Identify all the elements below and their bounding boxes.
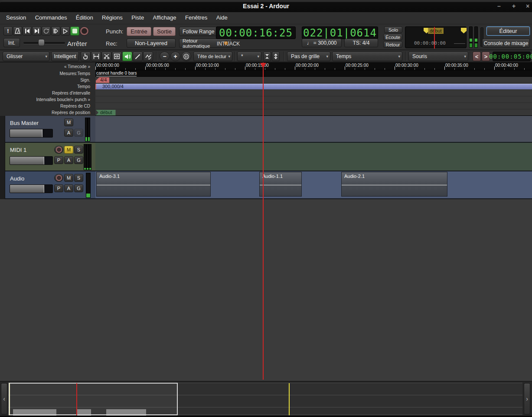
loop-button[interactable] [42,26,51,36]
menu-edition[interactable]: Édition [72,12,97,23]
zoom-out-button[interactable]: − [160,52,170,61]
loop-punch-ruler[interactable] [95,96,532,103]
expand-tracks-button[interactable] [272,52,280,61]
track-lane-bus-master[interactable] [95,116,532,143]
track-header-midi-1[interactable]: MIDI 1 M S P A G [5,143,95,171]
end-flag-icon[interactable] [461,28,467,33]
audio-region[interactable]: Audio-2.1 [341,172,447,197]
summary-scroll-right-button[interactable]: › [524,383,530,414]
track-name[interactable]: MIDI 1 [10,147,26,153]
gain-button[interactable]: G [74,184,83,192]
audio-region[interactable]: Audio-3.1 [96,172,211,197]
edit-point-dropdown[interactable]: Tête de lecture▾ [193,52,232,61]
solo-button[interactable]: S [74,146,83,154]
play-range-button[interactable] [51,26,60,36]
feedback-button[interactable]: Retour [383,41,402,48]
mute-button[interactable]: M [64,146,73,154]
playhead-head-icon[interactable] [260,63,266,68]
grab-tool-button[interactable] [81,52,91,61]
menu-regions[interactable]: Régions [98,12,126,23]
solo-button[interactable]: Solo [384,26,402,33]
track-lane-audio[interactable]: Audio-3.1 Audio-1.1 Audio-2.1 [95,171,532,199]
cd-markers-ruler[interactable] [95,103,532,109]
bars-beats-ruler[interactable]: cannot handle 0 bars [95,70,532,77]
metronome-button[interactable] [13,26,22,36]
mute-button[interactable]: M [64,118,73,126]
signature-marker[interactable]: 4/4 [96,77,109,83]
minimize-button[interactable]: – [493,2,505,10]
summary-lanes[interactable] [8,383,522,415]
menu-affichage[interactable]: Affichage [150,12,180,23]
stop-button[interactable] [70,26,79,36]
timecode-ruler[interactable]: 00:00:00:00 00:00:05:00 00:00:10:00 00:0… [95,62,532,70]
afl-button[interactable]: A [64,156,73,164]
zoom-in-button[interactable]: + [170,52,180,61]
listen-button[interactable]: Écoute [383,34,402,40]
shrink-tracks-button[interactable] [263,52,271,61]
secondary-clock[interactable]: 022|01|0614 [302,26,378,39]
mixer-button[interactable]: Console de mixage [482,39,530,48]
tempo-button[interactable]: ♩ = 300,000 [302,39,342,47]
audition-tool-button[interactable] [122,52,132,61]
goto-end-button[interactable] [32,26,41,36]
track-name[interactable]: Audio [10,175,24,182]
record-arm-button[interactable] [54,174,63,182]
audio-region[interactable]: Audio-1.1 [259,172,302,197]
track-header-bus-master[interactable]: Bus Master M A G [5,116,95,143]
pan-button[interactable]: P [54,156,63,164]
gain-fader[interactable] [10,184,53,193]
gain-button[interactable]: G [74,156,83,164]
summary-view-rectangle[interactable] [9,383,178,415]
grid-mode-dropdown[interactable]: Pas de grille▾ [287,52,330,61]
primary-clock[interactable]: 00:00:16:25 [216,26,296,39]
content-tool-button[interactable] [143,52,153,61]
stretch-tool-button[interactable] [112,52,122,61]
gain-fader[interactable] [10,156,53,165]
maximize-button[interactable]: + [508,2,519,10]
zoom-to-session-button[interactable] [181,52,191,61]
tempo-ruler[interactable]: 300,000/4 [95,83,532,90]
zoom-focus-dropdown[interactable]: *▾ [237,52,261,61]
track-header-audio[interactable]: Audio M S P A G [5,171,95,199]
close-button[interactable]: × [522,2,532,10]
gain-fader[interactable] [10,129,53,138]
grid-units-dropdown[interactable]: Temps▾ [332,52,402,61]
range-tool-button[interactable] [91,52,101,61]
summary-scroll-left-button[interactable]: ‹ [1,383,7,414]
mouse-mode-dropdown[interactable]: Souris▾ [408,52,468,61]
editor-button[interactable]: Éditeur [486,26,530,36]
edit-mode-dropdown[interactable]: Glisser▾ [3,52,49,61]
smart-mode-button[interactable]: Intelligent [51,52,79,61]
record-button[interactable] [80,26,89,36]
track-name[interactable]: Bus Master [10,120,39,126]
menu-session[interactable]: Session [3,12,29,23]
cut-tool-button[interactable] [101,52,111,61]
record-arm-button[interactable] [54,146,63,154]
nudge-back-button[interactable]: < [473,52,481,61]
record-mode-button[interactable]: Non-Layered [127,39,176,48]
location-markers-ruler[interactable]: début [95,109,532,116]
track-lane-midi-1[interactable] [95,143,532,171]
range-markers-ruler[interactable] [95,90,532,96]
afl-button[interactable]: A [64,184,73,192]
gain-button[interactable]: G [74,129,83,137]
solo-button[interactable]: S [74,174,83,182]
track-scroll-strip[interactable] [0,116,5,199]
punch-in-button[interactable]: Entrée [127,27,151,36]
shuttle-slider-thumb[interactable] [38,39,45,46]
nudge-forward-button[interactable]: > [482,52,490,61]
afl-button[interactable]: A [64,129,73,137]
menu-aide[interactable]: Aide [213,12,231,23]
punch-out-button[interactable]: Sortie [153,27,176,36]
sync-source-button[interactable]: INT/JACK [217,41,240,47]
mini-marker-label[interactable]: début [428,28,444,34]
shuttle-mode-button[interactable]: Int. [3,38,20,47]
nudge-clock[interactable]: 00:00:05:00 [493,52,531,61]
draw-tool-button[interactable] [133,52,143,61]
menu-piste[interactable]: Piste [128,12,147,23]
mini-timeline[interactable]: début 00:00:00:00 [405,26,467,48]
mute-button[interactable]: M [64,174,73,182]
midi-panic-button[interactable]: ! [3,26,13,36]
start-marker[interactable]: début [96,110,116,115]
goto-start-button[interactable] [23,26,32,36]
